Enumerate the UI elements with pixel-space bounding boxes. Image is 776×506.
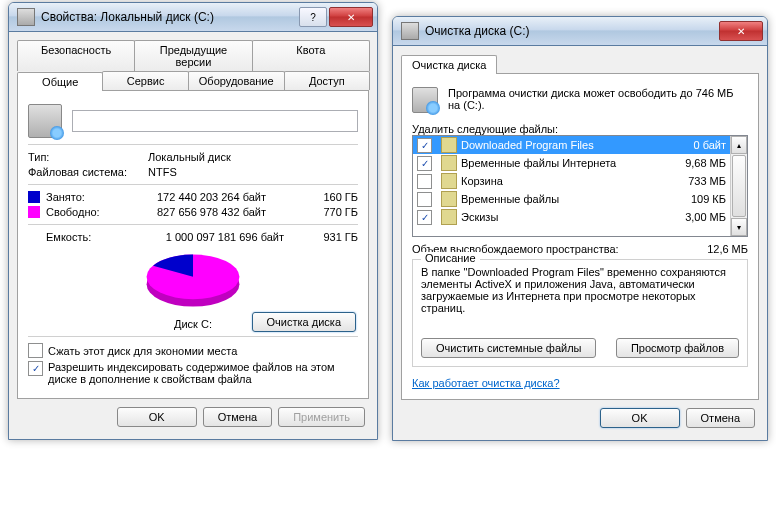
file-icon [441,173,457,189]
properties-window: Свойства: Локальный диск (C:) ? ✕ Безопа… [8,2,378,440]
volume-name-input[interactable] [72,110,358,132]
item-size: 3,00 МБ [666,211,726,223]
cancel-button[interactable]: Отмена [686,408,755,428]
used-label: Занято: [46,191,116,203]
titlebar[interactable]: Свойства: Локальный диск (C:) ? ✕ [9,3,377,32]
free-bytes: 827 656 978 432 байт [116,206,266,218]
file-icon [441,191,457,207]
index-checkbox[interactable]: ✓ [28,361,43,376]
close-button[interactable]: ✕ [719,21,763,41]
description-group: Описание В папке "Downloaded Program Fil… [412,259,748,367]
used-color-icon [28,191,40,203]
titlebar[interactable]: Очистка диска (C:) ✕ [393,17,767,46]
compress-label: Сжать этот диск для экономии места [48,345,237,357]
compress-checkbox[interactable] [28,343,43,358]
ok-button[interactable]: OK [600,408,680,428]
file-icon [441,209,457,225]
view-files-button[interactable]: Просмотр файлов [616,338,739,358]
item-checkbox[interactable]: ✓ [417,156,432,171]
help-button[interactable]: ? [299,7,327,27]
used-bytes: 172 440 203 264 байт [116,191,266,203]
description-title: Описание [421,252,480,264]
item-name: Downloaded Program Files [461,139,662,151]
scrollbar[interactable]: ▴ ▾ [730,136,747,236]
scroll-thumb[interactable] [732,155,746,217]
free-color-icon [28,206,40,218]
tab-tools[interactable]: Сервис [102,71,188,90]
tab-sharing[interactable]: Доступ [284,71,370,90]
tab-security[interactable]: Безопасность [17,40,135,71]
item-checkbox[interactable] [417,192,432,207]
summary-text: Программа очистки диска может освободить… [448,87,748,111]
item-size: 733 МБ [666,175,726,187]
disk-cleanup-button[interactable]: Очистка диска [252,312,356,332]
type-label: Тип: [28,151,148,163]
fs-value: NTFS [148,166,177,178]
capacity-bytes: 1 000 097 181 696 байт [134,231,284,243]
scroll-down-button[interactable]: ▾ [731,218,747,236]
tab-strip: Безопасность Предыдущие версии Квота Общ… [17,40,369,90]
item-size: 9,68 МБ [666,157,726,169]
item-name: Временные файлы Интернета [461,157,662,169]
ok-button[interactable]: OK [117,407,197,427]
tab-cleanup[interactable]: Очистка диска [401,55,497,74]
list-item[interactable]: ✓Эскизы3,00 МБ [413,208,730,226]
cleanup-window: Очистка диска (C:) ✕ Очистка диска Прогр… [392,16,768,441]
file-list: ✓Downloaded Program Files0 байт✓Временны… [412,135,748,237]
file-icon [441,155,457,171]
fs-label: Файловая система: [28,166,148,178]
tab-previous-versions[interactable]: Предыдущие версии [134,40,252,71]
cleanup-icon [401,22,419,40]
how-it-works-link[interactable]: Как работает очистка диска? [412,377,560,389]
scroll-up-button[interactable]: ▴ [731,136,747,154]
used-gb: 160 ГБ [266,191,358,203]
file-icon [441,137,457,153]
tab-general[interactable]: Общие [17,72,103,91]
item-name: Временные файлы [461,193,662,205]
tab-content: Тип:Локальный диск Файловая система:NTFS… [17,90,369,399]
list-item[interactable]: Временные файлы109 КБ [413,190,730,208]
capacity-gb: 931 ГБ [284,231,358,243]
item-checkbox[interactable]: ✓ [417,210,432,225]
item-size: 0 байт [666,139,726,151]
apply-button[interactable]: Применить [278,407,365,427]
item-name: Корзина [461,175,662,187]
tab-hardware[interactable]: Оборудование [188,71,285,90]
free-label: Свободно: [46,206,116,218]
description-text: В папке "Downloaded Program Files" време… [421,266,739,326]
capacity-label: Емкость: [28,231,134,243]
list-item[interactable]: ✓Downloaded Program Files0 байт [413,136,730,154]
type-value: Локальный диск [148,151,231,163]
free-gb: 770 ГБ [266,206,358,218]
window-title: Очистка диска (C:) [425,24,719,38]
delete-files-label: Удалить следующие файлы: [412,123,748,135]
tab-quota[interactable]: Квота [252,40,370,71]
list-item[interactable]: ✓Временные файлы Интернета9,68 МБ [413,154,730,172]
drive-icon-sm [17,8,35,26]
freed-value: 12,6 МБ [707,243,748,255]
list-item[interactable]: Корзина733 МБ [413,172,730,190]
item-name: Эскизы [461,211,662,223]
index-label: Разрешить индексировать содержимое файло… [48,361,358,385]
usage-pie-chart [133,249,253,314]
item-checkbox[interactable] [417,174,432,189]
window-title: Свойства: Локальный диск (C:) [41,10,299,24]
drive-icon [412,87,438,113]
item-checkbox[interactable]: ✓ [417,138,432,153]
tab-content: Программа очистки диска может освободить… [401,73,759,400]
item-size: 109 КБ [666,193,726,205]
close-button[interactable]: ✕ [329,7,373,27]
drive-icon [28,104,62,138]
cancel-button[interactable]: Отмена [203,407,272,427]
clean-system-files-button[interactable]: Очистить системные файлы [421,338,596,358]
